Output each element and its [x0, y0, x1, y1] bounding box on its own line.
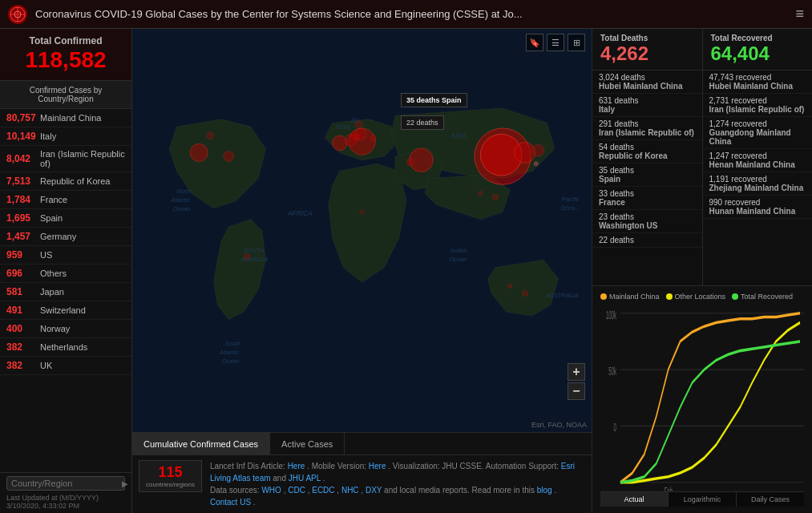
svg-text:South: South — [225, 340, 240, 347]
list-item[interactable]: 1,457Germany — [0, 228, 131, 246]
right-panels: Total Deaths 4,262 Total Recovered 64,40… — [592, 29, 812, 513]
list-item[interactable]: 80,757Mainland China — [0, 109, 131, 127]
death-item: 54 deathsRepublic of Korea — [592, 140, 702, 164]
last-updated: Last Updated at (M/D/YYYY) 3/10/2020, 4:… — [6, 494, 125, 510]
total-recovered-value: 64,404 — [711, 42, 805, 65]
death-location: Hubei Mainland China — [599, 82, 696, 91]
country-name: UK — [40, 361, 52, 370]
case-count-label: countries/regions — [146, 481, 195, 488]
country-name: Norway — [40, 324, 70, 333]
list-item[interactable]: 7,513Republic of Korea — [0, 172, 131, 191]
country-count: 959 — [6, 249, 37, 261]
death-count: 23 deaths — [599, 212, 696, 221]
lancet-here-link[interactable]: Here — [288, 462, 305, 471]
chart-tab-daily-cases[interactable]: Daily Cases — [737, 492, 804, 507]
list-item[interactable]: 8,042Iran (Islamic Republic of) — [0, 146, 131, 172]
jhu-apl-link[interactable]: JHU APL — [289, 474, 321, 483]
country-name: Republic of Korea — [40, 176, 110, 186]
list-icon[interactable]: ☰ — [547, 34, 564, 51]
app-logo — [8, 5, 27, 24]
svg-point-41 — [224, 151, 234, 162]
death-item: 35 deathsSpain — [592, 164, 702, 187]
list-item[interactable]: 1,695Spain — [0, 209, 131, 228]
death-location: Republic of Korea — [599, 151, 696, 160]
list-item[interactable]: 491Switzerland — [0, 301, 131, 320]
list-item[interactable]: 10,149Italy — [0, 127, 131, 146]
country-count: 382 — [6, 341, 37, 353]
info-text-4: and — [273, 474, 288, 483]
blog-link[interactable]: blog — [537, 486, 552, 495]
chart-tab-actual[interactable]: Actual — [600, 492, 669, 507]
death-item: 3,024 deathsHubei Mainland China — [592, 71, 702, 94]
recovered-item: 1,274 recoveredGuangdong Mainland China — [703, 117, 813, 149]
svg-point-32 — [370, 135, 376, 140]
recovered-location: Guangdong Mainland China — [709, 128, 806, 146]
death-count: 3,024 deaths — [599, 73, 696, 82]
legend-label: Total Recovered — [741, 293, 793, 301]
svg-point-38 — [508, 284, 513, 289]
search-input[interactable] — [11, 479, 122, 488]
recovered-count: 1,247 recovered — [709, 151, 806, 160]
dxy-link[interactable]: DXY — [366, 486, 382, 495]
bookmark-icon[interactable]: 🔖 — [526, 34, 543, 51]
svg-point-37 — [522, 290, 527, 296]
death-location: France — [599, 198, 696, 207]
death-location: Italy — [599, 105, 696, 114]
info-text-1: Lancet Inf Dis Article: — [210, 462, 288, 471]
recovered-panel: Total Recovered 64,404 — [703, 29, 813, 70]
recovered-count: 1,191 recovered — [709, 175, 806, 184]
svg-point-40 — [360, 210, 365, 215]
list-item[interactable]: 382UK — [0, 357, 131, 375]
contact-link[interactable]: Contact US — [210, 498, 251, 507]
chart-container: 100k 50k 0 Feb — [600, 304, 804, 492]
death-location: Spain — [599, 175, 696, 184]
chart-legend: Mainland ChinaOther LocationsTotal Recov… — [600, 293, 804, 301]
list-item[interactable]: 1,784France — [0, 191, 131, 209]
legend-dot — [600, 293, 607, 300]
svg-point-44 — [353, 135, 359, 140]
country-name: Mainland China — [40, 113, 101, 123]
total-confirmed-box: Total Confirmed 118,582 — [0, 29, 131, 81]
grid-icon[interactable]: ⊞ — [568, 34, 585, 51]
cdc-link[interactable]: CDC — [288, 486, 305, 495]
death-item: 23 deathsWashington US — [592, 210, 702, 233]
death-item: 33 deathsFrance — [592, 187, 702, 210]
info-text-8: . — [253, 498, 256, 507]
info-bar: 115 countries/regions Lancet Inf Dis Art… — [132, 454, 592, 513]
list-item[interactable]: 696Others — [0, 265, 131, 283]
list-item[interactable]: 959US — [0, 246, 131, 265]
case-count-number: 115 — [146, 464, 195, 481]
list-item[interactable]: 400Norway — [0, 320, 131, 338]
case-count-box: 115 countries/regions — [139, 460, 202, 492]
menu-icon[interactable]: ≡ — [795, 6, 804, 22]
list-item[interactable]: 581Japan — [0, 283, 131, 301]
map-container[interactable]: North Atlantic Ocean South Atlantic Ocea… — [132, 29, 592, 432]
zoom-out-button[interactable]: − — [568, 382, 585, 400]
svg-text:ROPE: ROPE — [336, 124, 351, 130]
svg-text:North: North — [176, 188, 191, 195]
svg-text:Feb: Feb — [665, 485, 673, 491]
chart-tab-logarithmic[interactable]: Logarithmic — [669, 492, 737, 507]
page-title: Coronavirus COVID-19 Global Cases by the… — [35, 8, 787, 20]
recovered-location: Zhejiang Mainland China — [709, 184, 806, 192]
nhc-link[interactable]: NHC — [341, 486, 359, 495]
recovered-item: 1,247 recoveredHenan Mainland China — [703, 149, 813, 172]
mobile-here-link[interactable]: Here — [369, 462, 386, 471]
who-link[interactable]: WHO — [261, 486, 281, 495]
total-confirmed-value: 118,582 — [8, 46, 123, 74]
info-text-3: . Visualization: JHU CSSE. Automation Su… — [388, 462, 560, 471]
recovered-count: 2,731 recovered — [709, 96, 806, 105]
tab-cumulative[interactable]: Cumulative Confirmed Cases — [132, 433, 270, 454]
zoom-in-button[interactable]: + — [568, 363, 585, 381]
country-count: 80,757 — [6, 112, 37, 123]
death-location: Iran (Islamic Republic of) — [599, 128, 696, 137]
ecdc-link[interactable]: ECDC — [312, 486, 334, 495]
svg-point-30 — [190, 143, 208, 161]
tab-active[interactable]: Active Cases — [270, 433, 345, 454]
list-item[interactable]: 382Netherlands — [0, 338, 131, 357]
search-wrapper[interactable]: ▶ — [6, 476, 125, 491]
chart-legend-item: Total Recovered — [732, 293, 793, 301]
country-name: Italy — [40, 131, 56, 141]
recovered-location: Henan Mainland China — [709, 160, 806, 169]
svg-text:Ocean: Ocean — [173, 205, 191, 212]
